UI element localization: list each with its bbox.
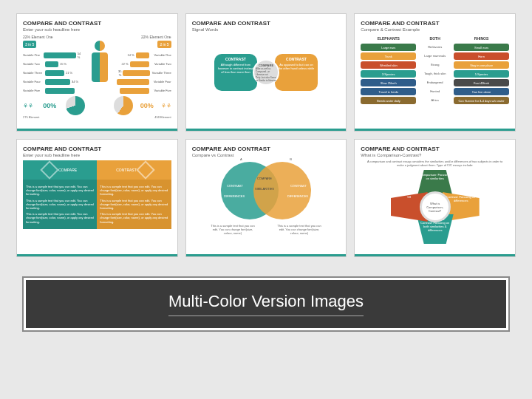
slide-subtitle: Enter your sub headline here xyxy=(23,153,171,157)
center-circle: What is Comparison-Contrast? xyxy=(420,191,451,222)
table-cell: 5 Species xyxy=(454,70,509,78)
bar-row: Variable Three21 % xyxy=(23,69,85,76)
slide-1[interactable]: COMPARE AND CONTRAST Enter your sub head… xyxy=(16,13,178,132)
slide-2[interactable]: COMPARE AND CONTRAST Signal Words CONTRA… xyxy=(185,13,347,132)
percent-value: 00% xyxy=(43,102,56,109)
diamond-icon xyxy=(136,160,154,179)
bar-row: Variable One54 % xyxy=(23,52,85,58)
pie-chart-icon xyxy=(114,96,133,115)
column-header: RHINOS xyxy=(454,35,509,42)
ratio-badge: 3 in 5 xyxy=(23,41,36,48)
table-cell: Travel in herds xyxy=(361,88,416,95)
table-cell: Horn xyxy=(454,52,509,60)
slide-title: COMPARE AND CONTRAST xyxy=(361,20,509,27)
element-count: 450 Element xyxy=(114,115,171,119)
slide-3[interactable]: COMPARE AND CONTRAST Compare & Contrast … xyxy=(354,13,516,132)
slide-subtitle: What is Comparison-Contrast? xyxy=(361,153,509,157)
slide-subtitle: Compare vs Contrast xyxy=(192,153,341,157)
table-cell: Strong xyxy=(418,61,451,69)
banner-text: Multi-Color Version Images xyxy=(168,292,364,316)
slide-title: COMPARE AND CONTRAST xyxy=(361,146,509,152)
bar-row: Variable Five xyxy=(23,87,85,94)
title-banner: Multi-Color Version Images xyxy=(24,278,508,330)
slide-title: COMPARE AND CONTRAST xyxy=(23,146,171,152)
table-cell: Hunted xyxy=(418,88,451,95)
table-cell: Can live alone xyxy=(454,88,509,95)
slide-title: COMPARE AND CONTRAST xyxy=(192,146,341,152)
table-cell: Needs water daily xyxy=(361,97,416,104)
table-cell: Can Survive for 3-4 days w/o water xyxy=(454,97,509,104)
caption: This is a sample text that you can edit.… xyxy=(277,224,321,235)
table-cell: Wrinkled skin xyxy=(361,61,416,69)
contrast-column: This is a sample text that you can edit.… xyxy=(97,180,171,229)
column-header: BOTH xyxy=(418,35,451,42)
percent-value: 00% xyxy=(140,102,154,109)
people-icon: ⚘⚘ xyxy=(161,103,171,109)
split-person-icon xyxy=(89,41,111,85)
slide-6[interactable]: COMPARE AND CONTRAST What is Comparison-… xyxy=(354,139,516,257)
bar-row: 14 %Variable One xyxy=(114,52,171,58)
diamond-icon xyxy=(40,160,58,179)
bar-row: Variable Two15 % xyxy=(23,61,85,67)
venn-diagram: A B COMPARE SIMILARITIES CONTRAST CONTRA… xyxy=(218,162,314,221)
table-cell: Large ears xyxy=(361,44,416,51)
table-cell: Fast 40kmh xyxy=(454,79,509,86)
column-header: ELEPHANTS xyxy=(361,35,416,42)
description: A comparison and contrast essay consider… xyxy=(366,160,503,167)
element-count: 275 Element xyxy=(23,115,85,119)
contrast-box: CONTRAST As opposed to but can on the ot… xyxy=(275,54,318,91)
compare-circle: COMPARE Alike as well as Compared...or L… xyxy=(253,59,279,86)
element-label: 22% Element One xyxy=(23,35,85,39)
table-cell: Africa xyxy=(418,97,451,104)
table-cell: Small ears xyxy=(454,44,509,51)
bar-row: Variable Four34 % xyxy=(23,78,85,85)
slide-gallery: COMPARE AND CONTRAST Enter your sub head… xyxy=(0,0,532,265)
pie-chart-icon xyxy=(66,96,85,115)
caption: This is a sample text that you can edit.… xyxy=(211,224,255,235)
slide-4[interactable]: COMPARE AND CONTRAST Enter your sub head… xyxy=(16,139,178,257)
bar-row: 35 %Variable Three xyxy=(114,69,171,76)
contrast-box: CONTRAST Although different from however… xyxy=(214,54,257,91)
slide-5[interactable]: COMPARE AND CONTRAST Compare vs Contrast… xyxy=(185,139,347,257)
bar-row: 22 %Variable Two xyxy=(114,61,171,67)
table-cell: Tough, thick skin xyxy=(418,70,451,78)
compare-header: COMPARE xyxy=(23,160,97,180)
table-cell: Herbivores xyxy=(418,44,451,51)
bar-row: Variable Four xyxy=(114,78,171,85)
slide-title: COMPARE AND CONTRAST xyxy=(192,20,341,27)
hexagon-diagram: Comparison: Focusing on similarities Con… xyxy=(391,170,480,244)
slide-subtitle: Compare & Contrast Example xyxy=(361,27,509,32)
table-cell: 3 Species xyxy=(361,70,416,78)
table-cell: Endangered xyxy=(418,79,451,86)
table-cell: Stay in one place xyxy=(454,61,509,69)
people-icon: ⚘⚘ xyxy=(23,103,33,109)
table-cell: Trunk xyxy=(361,52,416,60)
table-cell: Slow 25kmh xyxy=(361,79,416,86)
slide-title: COMPARE AND CONTRAST xyxy=(23,20,171,27)
slide-subtitle: Enter your sub headline here xyxy=(23,27,171,32)
table-cell: Large mammals xyxy=(418,52,451,60)
ratio-badge: 2 in 5 xyxy=(157,41,171,48)
element-label: 22% Element One xyxy=(114,35,171,39)
bar-row: Variable Five xyxy=(114,87,171,94)
compare-column: This is a sample text that you can edit.… xyxy=(23,180,97,229)
contrast-header: CONTRAST xyxy=(97,160,171,180)
